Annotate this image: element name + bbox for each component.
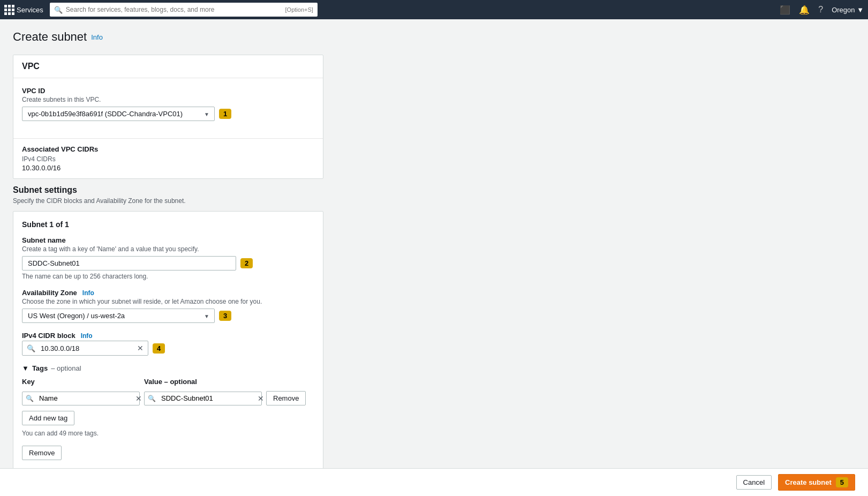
subnet-card: Subnet 1 of 1 Subnet name Create a tag w… [13,211,323,469]
search-input[interactable] [66,6,282,13]
availability-zone-hint: Choose the zone in which your subnet wil… [22,298,314,305]
subnet-name-input[interactable] [22,256,236,270]
az-info-link[interactable]: Info [82,289,94,297]
topnav: Services 🔍 [Option+S] ⬛ 🔔 ? Oregon ▼ [0,0,868,19]
availability-zone-field: Availability Zone Info Choose the zone i… [22,289,314,323]
step-badge-5: 5 [836,477,848,487]
tag-value-wrapper: 🔍 ✕ [144,392,262,405]
tag-key-wrapper: 🔍 ✕ [22,392,140,405]
subnet-settings-desc: Specify the CIDR blocks and Availability… [13,197,323,205]
vpc-section: VPC VPC ID Create subnets in this VPC. v… [13,55,323,179]
tags-column-headers: Key Value – optional [22,378,314,389]
search-shortcut: [Option+S] [285,6,313,13]
remove-subnet-row: Remove [22,446,314,460]
ipv4-cidr-label: IPv4 CIDR block Info [22,332,314,340]
subnet-name-note: The name can be up to 256 characters lon… [22,273,314,280]
subnet-settings-header: Subnet settings [13,185,323,195]
step-badge-2: 2 [240,258,253,268]
tags-label: Tags [32,364,48,372]
step-badge-4: 4 [153,343,165,354]
cloud-shell-icon[interactable]: ⬛ [780,5,790,15]
ipv4-cidr-search-icon: 🔍 [22,342,39,355]
tags-row: 🔍 ✕ 🔍 ✕ Remove [22,391,314,405]
page-info-link[interactable]: Info [91,33,103,41]
page-title: Create subnet Info [13,30,855,44]
tag-value-input[interactable] [159,392,253,404]
tag-key-search-icon: 🔍 [22,393,37,404]
vpc-id-label: VPC ID [22,87,314,95]
search-bar[interactable]: 🔍 [Option+S] [50,3,318,17]
subnet-name-label: Subnet name [22,236,314,244]
tag-key-input[interactable] [37,392,131,404]
ipv4-cidrs-label: IPv4 CIDRs [22,155,314,163]
step-badge-1: 1 [219,109,231,119]
subnet-name-hint: Create a tag with a key of 'Name' and a … [22,245,314,253]
tag-value-search-icon: 🔍 [145,393,159,404]
tags-value-header: Value – optional [144,378,262,386]
tags-section: ▼ Tags – optional Key Value – optional [22,364,314,437]
vpc-section-body: VPC ID Create subnets in this VPC. vpc-0… [13,78,323,138]
vpc-id-select[interactable]: vpc-0b1b1d59e3f8a691f (SDDC-Chandra-VPC0… [22,107,215,121]
services-label[interactable]: Services [17,6,43,14]
ipv4-cidr-info-link[interactable]: Info [81,332,93,340]
subnet-settings-container: Subnet settings Specify the CIDR blocks … [13,185,323,490]
aws-logo[interactable]: Services [4,5,43,15]
vpc-section-header: VPC [13,55,323,78]
cancel-button[interactable]: Cancel [736,475,772,490]
page-wrapper: Create subnet Info VPC VPC ID Create sub… [0,19,868,496]
create-subnet-button[interactable]: Create subnet 5 [778,474,855,491]
associated-vpc-cidrs: Associated VPC CIDRs IPv4 CIDRs 10.30.0.… [13,139,323,178]
associated-vpc-cidrs-label: Associated VPC CIDRs [22,145,314,153]
tags-note: You can add 49 more tags. [22,430,314,437]
ipv4-cidr-input-wrapper: 🔍 ✕ [22,341,148,356]
ipv4-cidr-input[interactable] [39,342,133,355]
ipv4-cidr-field: IPv4 CIDR block Info 🔍 ✕ 4 [22,332,314,356]
ipv4-cidr-clear-icon[interactable]: ✕ [133,341,148,355]
az-select[interactable]: US West (Oregon) / us-west-2a [22,309,215,323]
tags-key-header: Key [22,378,140,386]
topnav-right: ⬛ 🔔 ? Oregon ▼ [780,5,864,15]
ipv4-cidrs-value: 10.30.0.0/16 [22,164,314,172]
grid-icon [4,5,14,15]
search-icon: 🔍 [54,6,63,14]
add-new-tag-button[interactable]: Add new tag [22,411,74,425]
tags-optional: – optional [51,364,81,372]
subnet-name-field: Subnet name Create a tag with a key of '… [22,236,314,280]
remove-subnet-button[interactable]: Remove [22,446,62,460]
vpc-id-select-wrapper[interactable]: vpc-0b1b1d59e3f8a691f (SDDC-Chandra-VPC0… [22,107,215,121]
vpc-id-field: VPC ID Create subnets in this VPC. vpc-0… [22,87,314,121]
bell-icon[interactable]: 🔔 [799,5,810,15]
chevron-down-icon: ▼ [857,6,864,14]
help-icon[interactable]: ? [818,5,823,14]
az-select-wrapper[interactable]: US West (Oregon) / us-west-2a [22,309,215,323]
chevron-down-icon-tags: ▼ [22,364,29,372]
vpc-id-hint: Create subnets in this VPC. [22,96,314,103]
action-bar: Cancel Create subnet 5 [0,468,868,496]
tags-header[interactable]: ▼ Tags – optional [22,364,314,372]
remove-tag-button[interactable]: Remove [266,391,306,405]
step-badge-3: 3 [219,311,231,321]
subnet-counter: Subnet 1 of 1 [22,220,314,229]
availability-zone-label: Availability Zone Info [22,289,314,297]
region-selector[interactable]: Oregon ▼ [832,6,864,14]
